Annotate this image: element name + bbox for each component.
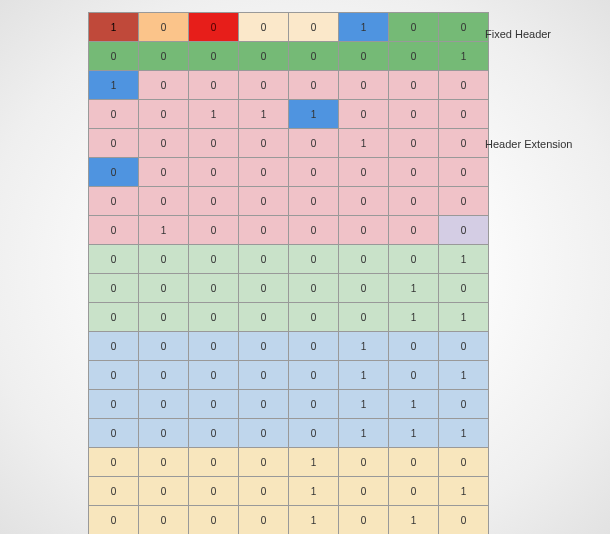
grid-cell: 0 <box>89 129 139 158</box>
grid-cell: 0 <box>389 361 439 390</box>
grid-cell: 0 <box>239 390 289 419</box>
grid-cell: 0 <box>289 71 339 100</box>
grid-cell: 1 <box>439 419 489 448</box>
grid-cell: 0 <box>339 477 389 506</box>
grid-cell: 0 <box>89 274 139 303</box>
grid-cell: 1 <box>139 216 189 245</box>
grid-cell: 0 <box>439 390 489 419</box>
grid-cell: 0 <box>289 13 339 42</box>
grid-row: 10000000 <box>89 71 489 100</box>
grid-cell: 0 <box>439 13 489 42</box>
grid-cell: 0 <box>239 477 289 506</box>
grid-cell: 0 <box>189 129 239 158</box>
grid-cell: 0 <box>139 419 189 448</box>
grid-cell: 1 <box>289 477 339 506</box>
grid-cell: 0 <box>389 477 439 506</box>
grid-cell: 0 <box>289 245 339 274</box>
grid-row: 00001000 <box>89 448 489 477</box>
grid-cell: 0 <box>189 42 239 71</box>
grid-cell: 1 <box>439 245 489 274</box>
grid-row: 00000000 <box>89 158 489 187</box>
grid-cell: 0 <box>439 216 489 245</box>
grid-cell: 0 <box>89 216 139 245</box>
grid-cell: 0 <box>139 274 189 303</box>
grid-cell: 0 <box>239 42 289 71</box>
grid-cell: 1 <box>389 390 439 419</box>
grid-cell: 0 <box>189 419 239 448</box>
grid-cell: 0 <box>89 419 139 448</box>
grid-cell: 0 <box>339 448 389 477</box>
grid-cell: 0 <box>289 42 339 71</box>
grid-cell: 0 <box>339 187 389 216</box>
grid-cell: 0 <box>189 158 239 187</box>
grid-cell: 0 <box>439 448 489 477</box>
grid-cell: 0 <box>89 361 139 390</box>
grid-cell: 0 <box>239 71 289 100</box>
grid-cell: 0 <box>189 332 239 361</box>
label-fixed-header: Fixed Header <box>485 28 551 40</box>
grid-cell: 0 <box>189 245 239 274</box>
grid-cell: 0 <box>339 158 389 187</box>
grid-cell: 1 <box>339 361 389 390</box>
grid-cell: 1 <box>389 303 439 332</box>
grid-row: 00000000 <box>89 187 489 216</box>
grid-cell: 1 <box>339 129 389 158</box>
grid-cell: 0 <box>389 13 439 42</box>
grid-cell: 1 <box>439 42 489 71</box>
grid-cell: 0 <box>139 129 189 158</box>
grid-cell: 0 <box>189 274 239 303</box>
grid-cell: 0 <box>339 216 389 245</box>
grid-cell: 0 <box>139 448 189 477</box>
grid-cell: 0 <box>239 332 289 361</box>
grid-row: 00000101 <box>89 361 489 390</box>
grid-cell: 1 <box>389 506 439 535</box>
grid-cell: 0 <box>139 506 189 535</box>
grid-row: 00000011 <box>89 303 489 332</box>
grid-cell: 0 <box>239 419 289 448</box>
grid-cell: 1 <box>339 419 389 448</box>
diagram-root: 1000010000000001100000000011100000000100… <box>0 0 610 534</box>
grid-cell: 0 <box>239 448 289 477</box>
grid-cell: 0 <box>339 274 389 303</box>
grid-cell: 0 <box>439 71 489 100</box>
grid-cell: 0 <box>289 390 339 419</box>
grid-cell: 0 <box>89 245 139 274</box>
grid-cell: 0 <box>239 129 289 158</box>
grid-cell: 0 <box>189 361 239 390</box>
grid-cell: 0 <box>289 332 339 361</box>
grid-cell: 1 <box>289 506 339 535</box>
grid-cell: 0 <box>289 187 339 216</box>
grid-cell: 0 <box>439 274 489 303</box>
grid-cell: 0 <box>239 245 289 274</box>
grid-row: 00000100 <box>89 129 489 158</box>
grid-row: 10000100 <box>89 13 489 42</box>
grid-cell: 0 <box>389 158 439 187</box>
grid-cell: 1 <box>439 477 489 506</box>
grid-cell: 0 <box>389 332 439 361</box>
grid-cell: 0 <box>139 13 189 42</box>
grid-cell: 0 <box>439 100 489 129</box>
grid-cell: 0 <box>139 390 189 419</box>
grid-cell: 0 <box>239 13 289 42</box>
grid-cell: 0 <box>439 187 489 216</box>
grid-cell: 0 <box>89 390 139 419</box>
grid-cell: 1 <box>339 13 389 42</box>
grid-cell: 0 <box>139 245 189 274</box>
grid-cell: 0 <box>89 332 139 361</box>
grid-cell: 0 <box>339 303 389 332</box>
grid-cell: 0 <box>89 42 139 71</box>
grid-cell: 0 <box>339 100 389 129</box>
grid-cell: 0 <box>139 477 189 506</box>
grid-cell: 1 <box>89 13 139 42</box>
grid-cell: 0 <box>89 187 139 216</box>
grid-cell: 0 <box>389 71 439 100</box>
grid-cell: 0 <box>239 216 289 245</box>
grid-cell: 0 <box>389 100 439 129</box>
grid-row: 00001001 <box>89 477 489 506</box>
grid-cell: 0 <box>389 448 439 477</box>
grid-cell: 1 <box>339 390 389 419</box>
grid-cell: 0 <box>189 506 239 535</box>
grid-cell: 0 <box>139 332 189 361</box>
grid-cell: 0 <box>389 187 439 216</box>
grid-cell: 1 <box>439 361 489 390</box>
